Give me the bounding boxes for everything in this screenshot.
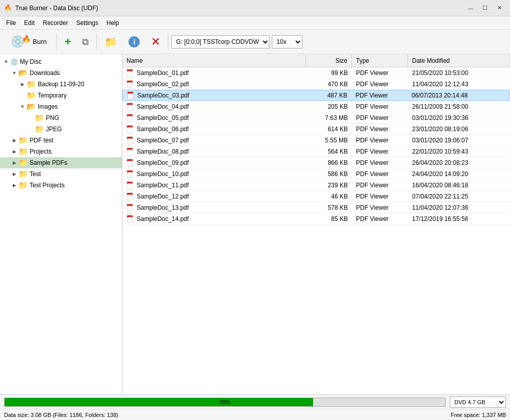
svg-text:PDF: PDF <box>128 160 133 162</box>
svg-text:PDF: PDF <box>128 149 133 151</box>
copy-button[interactable]: ⧉ <box>78 32 93 52</box>
file-name: PDF SampleDoc_13.pdf <box>122 202 306 213</box>
disc-size-selector[interactable]: DVD 4.7 GB DVD 8.5 GB CD 700 MB <box>450 397 506 408</box>
toggle-pdftest[interactable]: ▶ <box>10 136 18 144</box>
status-info: Data size: 3.08 GB (Files: 1186, Folders… <box>0 409 510 420</box>
tree-item-pdftest[interactable]: ▶ 📁 PDF test <box>0 135 122 146</box>
tree-item-testprojects[interactable]: ▶ 📁 Test Projects <box>0 180 122 191</box>
svg-text:PDF: PDF <box>128 193 133 196</box>
table-row[interactable]: PDF SampleDoc_12.pdf 46 KB PDF Viewer 07… <box>122 191 510 202</box>
folder-icon-backup: 📁 <box>27 80 36 89</box>
file-size: 564 KB <box>306 146 352 157</box>
tree-label-pdftest: PDF test <box>30 137 54 144</box>
table-row[interactable]: PDF SampleDoc_01.pdf 99 KB PDF Viewer 21… <box>122 67 510 79</box>
toggle-samplepdfs[interactable]: ▶ <box>10 159 18 167</box>
file-name: PDF SampleDoc_11.pdf <box>122 180 306 190</box>
folder-icon-temporary: 📁 <box>27 91 36 100</box>
file-name: PDF SampleDoc_03.pdf <box>123 90 305 101</box>
main-content: ▼ 💿 My Disc ▼ 📂 Downloads ▶ 📁 Backup 11-… <box>0 54 510 394</box>
table-row[interactable]: PDF SampleDoc_07.pdf 5.55 MB PDF Viewer … <box>122 135 510 146</box>
svg-text:PDF: PDF <box>128 171 133 174</box>
folder-icon-jpeg: 📁 <box>35 125 44 134</box>
tree-item-png[interactable]: ▶ 📁 PNG <box>0 112 122 123</box>
tree-item-backup[interactable]: ▶ 📁 Backup 11-09-20 <box>0 79 122 90</box>
file-date: 21/05/2020 10:53:00 <box>408 67 510 78</box>
tree-label-backup: Backup 11-09-20 <box>38 81 84 88</box>
tree-item-samplepdfs[interactable]: ▶ 📁 Sample PDFs <box>0 157 122 168</box>
window-title: True Burner - Data Disc (UDF) <box>15 5 464 12</box>
menu-edit[interactable]: Edit <box>20 18 39 28</box>
toggle-projects[interactable]: ▶ <box>10 147 18 156</box>
toggle-test[interactable]: ▶ <box>10 170 18 178</box>
tree-item-jpeg[interactable]: ▶ 📁 JPEG <box>0 123 122 135</box>
table-row[interactable]: PDF SampleDoc_14.pdf 85 KB PDF Viewer 17… <box>122 213 510 225</box>
table-row[interactable]: PDF SampleDoc_10.pdf 586 KB PDF Viewer 2… <box>122 168 510 180</box>
toggle-images[interactable]: ▼ <box>18 103 27 111</box>
tree-item-projects[interactable]: ▶ 📁 Projects <box>0 146 122 157</box>
toggle-mydisc[interactable]: ▼ <box>2 58 10 66</box>
tree-item-downloads[interactable]: ▼ 📂 Downloads <box>0 67 122 79</box>
svg-text:PDF: PDF <box>128 70 133 72</box>
drive-selector[interactable]: G: [0;0;0] TSSTcorp CDDVDW <box>171 35 270 48</box>
table-row[interactable]: PDF SampleDoc_13.pdf 578 KB PDF Viewer 1… <box>122 202 510 213</box>
file-type: PDF Viewer <box>352 67 408 78</box>
menu-settings[interactable]: Settings <box>72 18 102 28</box>
file-type: PDF Viewer <box>352 135 408 145</box>
delete-button[interactable]: ✕ <box>146 32 165 52</box>
toggle-backup[interactable]: ▶ <box>18 80 27 88</box>
table-row[interactable]: PDF SampleDoc_09.pdf 866 KB PDF Viewer 2… <box>122 157 510 168</box>
tree-label-mydisc: My Disc <box>20 58 42 65</box>
file-name: PDF SampleDoc_14.pdf <box>122 213 306 224</box>
free-space-label: Free space: 1,337 MB <box>451 412 506 418</box>
file-name: PDF SampleDoc_06.pdf <box>122 123 306 134</box>
svg-text:PDF: PDF <box>128 182 133 185</box>
new-folder-button[interactable]: 📁 <box>100 32 122 52</box>
tree-item-temporary[interactable]: ▶ 📁 Temporary <box>0 90 122 101</box>
add-icon: + <box>64 36 71 47</box>
menu-recorder[interactable]: Recorder <box>39 18 72 28</box>
file-date: 22/01/2020 10:59:43 <box>408 146 510 157</box>
file-size: 205 KB <box>306 101 352 112</box>
folder-icon-test: 📁 <box>18 169 28 179</box>
minimize-button[interactable]: — <box>464 3 477 14</box>
file-date: 16/04/2020 08:46:18 <box>408 180 510 190</box>
file-panel: Name Size Type Date Modified PDF SampleD… <box>122 54 510 394</box>
table-row[interactable]: PDF SampleDoc_08.pdf 564 KB PDF Viewer 2… <box>122 146 510 157</box>
file-size: 586 KB <box>306 168 352 179</box>
header-date[interactable]: Date Modified <box>408 54 510 67</box>
table-row[interactable]: PDF SampleDoc_05.pdf 7.63 MB PDF Viewer … <box>122 112 510 123</box>
folder-icon-pdftest: 📁 <box>18 136 28 145</box>
file-size: 866 KB <box>306 157 352 168</box>
speed-selector[interactable]: 10x 8x 4x 2x 1x <box>272 35 302 48</box>
table-row[interactable]: PDF SampleDoc_06.pdf 614 KB PDF Viewer 2… <box>122 123 510 135</box>
menu-file[interactable]: File <box>2 18 20 28</box>
table-row[interactable]: PDF SampleDoc_04.pdf 205 KB PDF Viewer 2… <box>122 101 510 112</box>
burn-button[interactable]: 💿 🔥 Burn <box>4 32 53 52</box>
progress-label: 70% <box>5 398 445 406</box>
close-button[interactable]: ✕ <box>493 3 506 14</box>
file-date: 11/04/2020 12:07:36 <box>408 202 510 213</box>
table-row[interactable]: PDF SampleDoc_03.pdf 487 KB PDF Viewer 0… <box>122 90 510 101</box>
file-size: 487 KB <box>305 90 351 101</box>
maximize-button[interactable]: ☐ <box>478 3 492 14</box>
toggle-downloads[interactable]: ▼ <box>10 69 18 77</box>
folder-icon-samplepdfs: 📁 <box>18 158 28 167</box>
tree-label-testprojects: Test Projects <box>30 182 65 189</box>
menu-help[interactable]: Help <box>103 18 123 28</box>
file-header: Name Size Type Date Modified <box>122 54 510 67</box>
file-type: PDF Viewer <box>352 202 408 213</box>
table-row[interactable]: PDF SampleDoc_02.pdf 470 KB PDF Viewer 1… <box>122 79 510 90</box>
properties-button[interactable]: i <box>124 32 144 52</box>
tree-item-images[interactable]: ▼ 📂 Images <box>0 101 122 112</box>
toggle-testprojects[interactable]: ▶ <box>10 181 18 189</box>
table-row[interactable]: PDF SampleDoc_11.pdf 239 KB PDF Viewer 1… <box>122 180 510 191</box>
file-type: PDF Viewer <box>352 191 408 202</box>
header-type[interactable]: Type <box>352 54 408 67</box>
header-name[interactable]: Name <box>122 54 306 67</box>
file-name: PDF SampleDoc_04.pdf <box>122 101 306 112</box>
tree-item-test[interactable]: ▶ 📁 Test <box>0 168 122 180</box>
tree-item-mydisc[interactable]: ▼ 💿 My Disc <box>0 56 122 67</box>
header-size[interactable]: Size <box>306 54 352 67</box>
add-files-button[interactable]: + <box>60 32 75 52</box>
separator-1 <box>56 34 57 50</box>
